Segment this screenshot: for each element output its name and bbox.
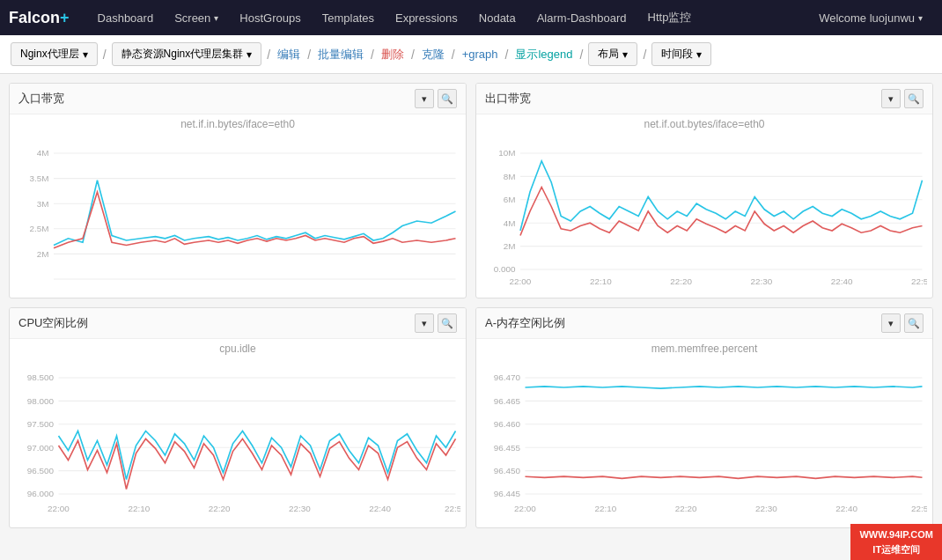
chart-dropdown-btn-4[interactable]: ▾ <box>881 313 901 333</box>
user-arrow-icon: ▾ <box>918 13 923 23</box>
chart-subtitle-4: mem.memfree.percent <box>482 343 927 355</box>
nav-templates[interactable]: Templates <box>312 0 385 35</box>
chart-body-2: net.if.out.bytes/iface=eth0 10M 8M 6M 4M… <box>476 114 932 298</box>
sep2: / <box>261 48 276 62</box>
nav-nodata[interactable]: Nodata <box>468 0 526 35</box>
chart-title-3: CPU空闲比例 <box>18 315 88 331</box>
nav-expressions[interactable]: Expressions <box>385 0 468 35</box>
chart-title-1: 入口带宽 <box>18 91 64 107</box>
chart-body-1: net.if.in.bytes/iface=eth0 4M 3.5M 3M 2.… <box>10 114 466 298</box>
nav-alarm-dashboard[interactable]: Alarm-Dashboard <box>526 0 637 35</box>
edit-link[interactable]: 编辑 <box>276 47 302 63</box>
svg-text:97.500: 97.500 <box>27 419 55 429</box>
svg-text:96.450: 96.450 <box>494 466 521 475</box>
batch-edit-link[interactable]: 批量编辑 <box>316 47 365 63</box>
chart-controls-1: ▾ 🔍 <box>415 89 457 108</box>
svg-text:22:30: 22:30 <box>751 276 773 286</box>
sep4: / <box>365 48 379 62</box>
svg-text:22:00: 22:00 <box>514 504 536 513</box>
time-button[interactable]: 时间段 ▾ <box>651 42 711 66</box>
svg-text:96.500: 96.500 <box>27 466 55 475</box>
chart-dropdown-btn-3[interactable]: ▾ <box>415 313 434 333</box>
svg-text:96.455: 96.455 <box>494 443 521 453</box>
svg-text:22:40: 22:40 <box>364 286 386 290</box>
svg-text:96.000: 96.000 <box>27 489 55 498</box>
svg-text:22:20: 22:20 <box>203 286 225 290</box>
brand-falcon: Falcon <box>9 9 60 26</box>
chart-svg-3: 98.500 98.000 97.500 97.000 96.500 96.00… <box>15 358 460 519</box>
layout-button[interactable]: 布局 ▾ <box>588 42 637 66</box>
chart-dropdown-btn-1[interactable]: ▾ <box>415 89 434 108</box>
sep7: / <box>500 48 514 62</box>
chart-subtitle-2: net.if.out.bytes/iface=eth0 <box>482 118 927 130</box>
svg-text:22:50: 22:50 <box>445 504 460 513</box>
chart-subtitle-3: cpu.idle <box>15 343 460 355</box>
nav-hostgroups[interactable]: HostGroups <box>229 0 311 35</box>
sep6: / <box>446 48 460 62</box>
watermark-line1: WWW.94IP.COM <box>859 527 933 537</box>
svg-text:10M: 10M <box>498 148 515 158</box>
chart-zoom-btn-3[interactable]: 🔍 <box>438 313 457 333</box>
sep8: / <box>575 48 589 62</box>
chart-panel-3: CPU空闲比例 ▾ 🔍 cpu.idle 98.500 98.000 97.50… <box>9 307 467 528</box>
charts-grid: 入口带宽 ▾ 🔍 net.if.in.bytes/iface=eth0 4M 3… <box>0 74 942 537</box>
svg-text:2M: 2M <box>37 249 49 259</box>
screen-button[interactable]: 静态资源Nginx代理层集群 ▾ <box>112 42 262 66</box>
brand-plus: + <box>60 9 70 26</box>
svg-text:96.470: 96.470 <box>494 372 521 382</box>
chart-zoom-btn-1[interactable]: 🔍 <box>438 89 457 108</box>
chart-title-2: 出口带宽 <box>485 91 531 107</box>
nav-http[interactable]: Http监控 <box>637 0 703 35</box>
sep1: / <box>98 48 112 62</box>
svg-text:0.000: 0.000 <box>494 264 516 274</box>
sep3: / <box>302 48 316 62</box>
svg-text:2M: 2M <box>504 241 516 251</box>
chart-svg-2: 10M 8M 6M 4M 2M 0.000 22:00 22:10 22:20 … <box>482 134 927 289</box>
nav-screen[interactable]: Screen ▾ <box>164 0 229 35</box>
svg-text:4M: 4M <box>37 148 49 158</box>
svg-text:3.5M: 3.5M <box>30 173 49 183</box>
legend-link[interactable]: 显示legend <box>513 47 574 63</box>
toolbar: Nginx代理层 ▾ / 静态资源Nginx代理层集群 ▾ / 编辑 / 批量编… <box>0 35 942 74</box>
svg-text:96.445: 96.445 <box>494 489 521 498</box>
svg-text:22:10: 22:10 <box>594 504 616 513</box>
delete-link[interactable]: 删除 <box>379 47 406 63</box>
chart-header-4: A-内存空闲比例 ▾ 🔍 <box>476 308 932 339</box>
chart-controls-3: ▾ 🔍 <box>415 313 457 333</box>
svg-text:98.500: 98.500 <box>27 372 55 382</box>
chart-svg-1: 4M 3.5M 3M 2.5M 2M 22:00 22:10 22:20 22:… <box>15 134 460 289</box>
chart-body-3: cpu.idle 98.500 98.000 97.500 97.000 96.… <box>10 339 466 527</box>
sep5: / <box>406 48 420 62</box>
svg-text:22:20: 22:20 <box>670 276 692 286</box>
svg-text:22:20: 22:20 <box>209 504 231 513</box>
svg-text:22:50: 22:50 <box>911 504 927 513</box>
svg-text:22:40: 22:40 <box>369 504 391 513</box>
brand: Falcon+ <box>9 9 70 27</box>
clone-link[interactable]: 克隆 <box>420 47 446 63</box>
svg-text:22:00: 22:00 <box>48 504 70 513</box>
navbar: Falcon+ Dashboard Screen ▾ HostGroups Te… <box>0 0 942 35</box>
svg-text:22:30: 22:30 <box>284 286 306 290</box>
chart-header-1: 入口带宽 ▾ 🔍 <box>10 84 466 114</box>
chart-subtitle-1: net.if.in.bytes/iface=eth0 <box>15 118 460 130</box>
chart-svg-4: 96.470 96.465 96.460 96.455 96.450 96.44… <box>482 358 927 519</box>
svg-text:2.5M: 2.5M <box>30 224 49 233</box>
nav-user[interactable]: Welcome luojunwu ▾ <box>808 0 933 35</box>
svg-text:22:50: 22:50 <box>911 276 927 286</box>
chart-header-3: CPU空闲比例 ▾ 🔍 <box>10 308 466 339</box>
chart-body-4: mem.memfree.percent 96.470 96.465 96.460… <box>476 339 932 527</box>
graph-link[interactable]: +graph <box>460 48 500 61</box>
watermark: WWW.94IP.COM IT运维空间 <box>850 524 942 537</box>
svg-text:8M: 8M <box>504 172 516 181</box>
svg-text:22:50: 22:50 <box>445 286 460 290</box>
chart-dropdown-btn-2[interactable]: ▾ <box>881 89 901 108</box>
svg-text:22:20: 22:20 <box>675 504 697 513</box>
svg-text:6M: 6M <box>504 195 516 204</box>
svg-text:22:30: 22:30 <box>755 504 777 513</box>
chart-zoom-btn-2[interactable]: 🔍 <box>904 89 924 108</box>
sep9: / <box>637 48 651 62</box>
nav-dashboard[interactable]: Dashboard <box>87 0 165 35</box>
chart-zoom-btn-4[interactable]: 🔍 <box>904 313 924 333</box>
svg-text:22:40: 22:40 <box>831 276 853 286</box>
group-button[interactable]: Nginx代理层 ▾ <box>11 42 98 66</box>
